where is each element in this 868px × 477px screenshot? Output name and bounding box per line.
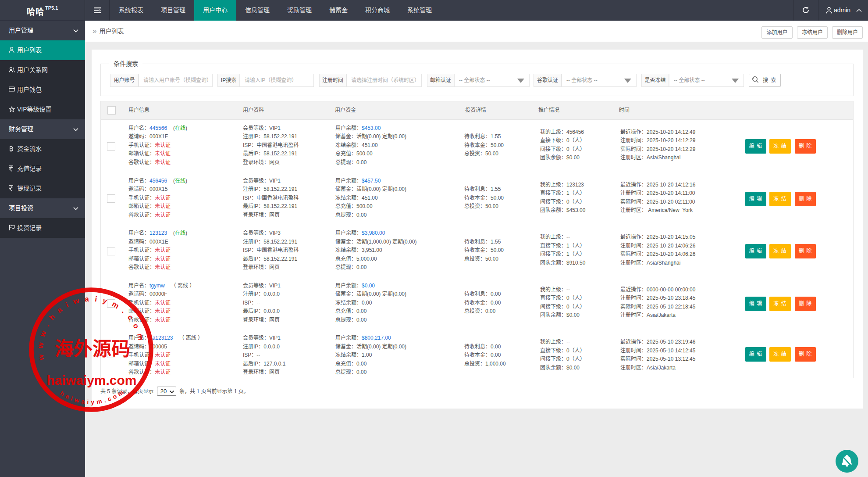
svg-text:海外源码: 海外源码 [55,339,130,359]
svg-text:haiwaiym.com: haiwaiym.com [46,373,136,387]
